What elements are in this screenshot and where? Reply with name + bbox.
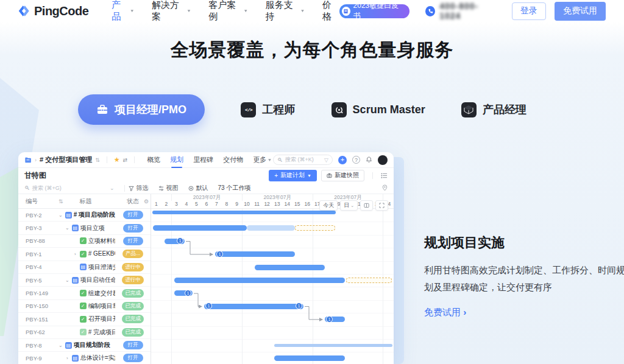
bell-icon[interactable] bbox=[366, 156, 372, 163]
global-search-input[interactable]: 🔍︎ 搜索 (⌘+K) ▽ bbox=[273, 155, 333, 165]
free-trial-link[interactable]: 免费试用 › bbox=[424, 307, 466, 317]
nav-item-服务支持[interactable]: 服务支持▾ bbox=[266, 0, 304, 23]
nav-item-label: 服务支持 bbox=[266, 0, 299, 23]
user-avatar[interactable] bbox=[378, 155, 388, 165]
assignee-avatar[interactable]: 1 bbox=[185, 290, 191, 296]
expand-chevron-icon[interactable]: ⌄ bbox=[58, 212, 63, 218]
chevron-down-icon: ⌄ bbox=[350, 203, 354, 208]
today-button[interactable]: 今天 bbox=[319, 200, 338, 211]
row-id: PBY-151 bbox=[18, 316, 56, 323]
default-view-button[interactable]: 默认 bbox=[188, 184, 208, 192]
table-row[interactable]: PBY-2⌄▤# 项目启动阶段打开 bbox=[18, 209, 151, 222]
app-tab-概览[interactable]: 概览 bbox=[147, 152, 160, 168]
gantt-bar[interactable] bbox=[174, 278, 345, 283]
locate-icon[interactable] bbox=[382, 184, 388, 192]
table-row[interactable]: PBY-3⌄▤项目立项打开 bbox=[18, 222, 151, 234]
gantt-search-input[interactable]: 🔍︎ 搜索 (⌘+G) bbox=[24, 184, 110, 192]
expand-chevron-icon[interactable]: ⌄ bbox=[65, 278, 70, 283]
default-label: 默认 bbox=[196, 184, 208, 192]
whitepaper-badge-label: 2023敏捷白皮书 bbox=[353, 1, 403, 21]
table-row[interactable]: PBY-62✓# 完成项目启动阶段...已完成 bbox=[18, 326, 151, 339]
row-title: 项目启动任命 bbox=[80, 276, 116, 284]
grid-row-line bbox=[151, 248, 394, 248]
login-button[interactable]: 登录 bbox=[512, 2, 546, 20]
chevron-down-icon[interactable]: ⌄ bbox=[110, 185, 115, 191]
filter-button[interactable]: 筛选 bbox=[129, 184, 149, 192]
topbar-right: 🔍︎ 搜索 (⌘+K) ▽ + ? bbox=[273, 155, 388, 165]
board-blue: ▤ bbox=[72, 277, 79, 284]
table-row[interactable]: PBY-149✓组建交付群和工作台已完成 bbox=[18, 287, 151, 299]
create-button[interactable]: + bbox=[338, 156, 347, 164]
assignee-avatar[interactable]: 1 bbox=[216, 251, 223, 257]
expand-chevron-icon[interactable]: ⌄ bbox=[58, 343, 63, 348]
check-light: ✓ bbox=[80, 329, 87, 335]
column-header-title[interactable]: 标题 bbox=[56, 197, 116, 206]
status-badge: 打开 bbox=[123, 354, 143, 362]
role-tab-产品经理[interactable]: 产品经理 bbox=[461, 102, 526, 117]
free-trial-button[interactable]: 免费试用 bbox=[555, 2, 606, 21]
pingcode-logo-icon bbox=[17, 4, 30, 18]
filter-funnel-icon[interactable]: ▽ bbox=[324, 157, 328, 163]
status-badge: 进行中 bbox=[122, 263, 144, 271]
gantt-bar[interactable] bbox=[255, 265, 325, 270]
gantt-bar[interactable] bbox=[204, 304, 303, 309]
arrow-icon: › bbox=[463, 307, 466, 317]
scale-select[interactable]: 日 ⌄ bbox=[340, 200, 358, 211]
table-row[interactable]: PBY-150✓编制项目章程已完成 bbox=[18, 300, 151, 313]
gantt-bar[interactable] bbox=[152, 211, 336, 214]
table-row[interactable]: PBY-1›✓# GEEKBOOKS 极...产品... bbox=[18, 248, 151, 261]
table-row[interactable]: PBY-88✓立项材料编辑打开 bbox=[18, 235, 151, 248]
gantt-bar[interactable] bbox=[215, 251, 295, 257]
project-switch-icon[interactable]: ⇅ bbox=[95, 157, 100, 163]
favorite-star-icon[interactable]: ★ bbox=[114, 156, 120, 164]
app-tab-更多[interactable]: 更多▾ bbox=[253, 152, 271, 168]
column-header-id[interactable]: 编号 bbox=[18, 197, 56, 206]
phone-number: 400-800-1024 bbox=[439, 1, 495, 21]
nav-item-产品[interactable]: 产品▾ bbox=[112, 0, 133, 23]
grid-week-line bbox=[383, 209, 383, 364]
status-badge: 打开 bbox=[123, 224, 143, 233]
fullscreen-icon[interactable] bbox=[375, 200, 388, 211]
nav-item-解决方案[interactable]: 解决方案▾ bbox=[152, 0, 190, 23]
expand-chevron-icon[interactable]: › bbox=[65, 355, 70, 361]
role-tab-active[interactable]: 项目经理/PMO bbox=[78, 94, 205, 125]
gantt-bar[interactable] bbox=[346, 278, 392, 283]
grid-row-line bbox=[151, 326, 394, 327]
help-icon[interactable]: ? bbox=[352, 156, 360, 164]
column-settings-gear-icon[interactable]: ⚙ bbox=[144, 198, 149, 205]
gantt-bar[interactable] bbox=[274, 355, 345, 361]
table-row[interactable]: PBY-9›▤总体设计=实施方案 (...打开 bbox=[18, 352, 151, 364]
role-tab-Scrum Master[interactable]: Scrum Master bbox=[332, 102, 425, 117]
gantt-bar[interactable] bbox=[153, 225, 247, 231]
chevron-down-icon: ▾ bbox=[301, 9, 304, 13]
grid-row-line bbox=[151, 313, 394, 313]
split-view-icon[interactable] bbox=[360, 200, 373, 211]
nav-item-客户案例[interactable]: 客户案例▾ bbox=[208, 0, 247, 23]
swap-icon[interactable]: ⇄ bbox=[123, 157, 128, 163]
app-tab-里程碑[interactable]: 里程碑 bbox=[193, 152, 213, 168]
assignee-avatar[interactable]: 1 bbox=[326, 316, 333, 323]
app-tab-交付物[interactable]: 交付物 bbox=[223, 152, 243, 168]
new-snapshot-button[interactable]: 新建快照 bbox=[321, 170, 364, 181]
app-tab-规划[interactable]: 规划 bbox=[170, 152, 183, 168]
table-row[interactable]: PBY-4▤项目澄清交底进行中 bbox=[18, 261, 151, 274]
nav-item-价格[interactable]: 价格 bbox=[322, 0, 339, 23]
list-view-icon[interactable] bbox=[381, 172, 388, 179]
gantt-bar[interactable] bbox=[295, 225, 335, 231]
role-tab-工程师[interactable]: </>工程师 bbox=[241, 102, 295, 117]
expand-chevron-icon[interactable]: › bbox=[73, 251, 78, 257]
timeline-day-label: 14 bbox=[282, 201, 292, 209]
project-name[interactable]: # 交付型项目管理 bbox=[40, 155, 92, 164]
whitepaper-badge[interactable]: 2023敏捷白皮书 bbox=[339, 4, 410, 18]
sort-icon[interactable]: ⇅ bbox=[58, 198, 63, 205]
grid-row-line bbox=[151, 352, 394, 352]
view-button[interactable]: 视图 bbox=[158, 184, 179, 192]
table-row[interactable]: PBY-8⌄▤项目规划阶段打开 bbox=[18, 339, 151, 352]
new-plan-button[interactable]: + 新建计划 ▼ bbox=[269, 170, 317, 181]
gantt-bar[interactable] bbox=[247, 225, 295, 231]
table-row[interactable]: PBY-151✓召开项目开工会已完成 bbox=[18, 313, 151, 326]
gantt-bar[interactable] bbox=[274, 344, 392, 347]
pingcode-logo[interactable]: PingCode bbox=[17, 4, 88, 18]
expand-chevron-icon[interactable]: ⌄ bbox=[65, 225, 70, 231]
table-row[interactable]: PBY-5⌄▤项目启动任命进行中 bbox=[18, 274, 151, 287]
